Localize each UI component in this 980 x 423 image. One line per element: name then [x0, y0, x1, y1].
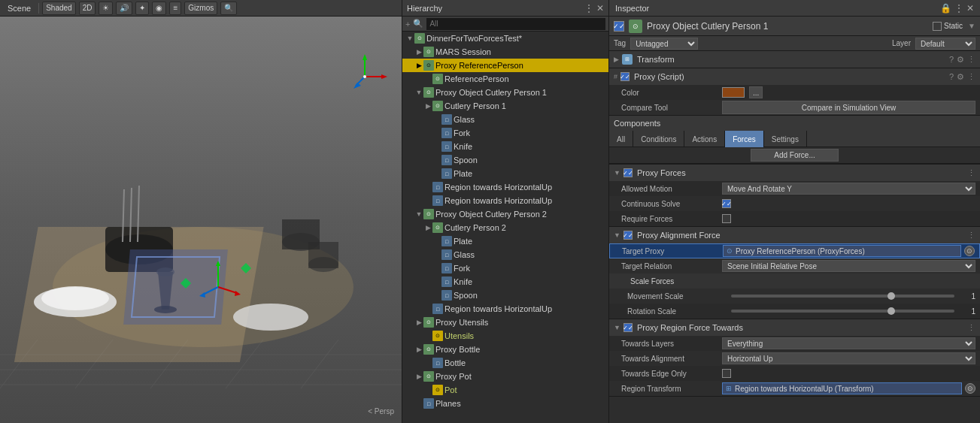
region-force-enabled[interactable]: ✓ [623, 323, 633, 332]
search-scene-button[interactable]: 🔍 [220, 2, 237, 15]
rotation-scale-thumb[interactable] [887, 307, 895, 315]
transform-help-icon[interactable]: ? [949, 55, 954, 65]
hidden-button[interactable]: ◉ [152, 2, 166, 15]
list-item-reference-person[interactable]: ⊙ ReferencePerson [402, 72, 608, 86]
list-item-spoon-2[interactable]: □ Spoon [402, 289, 608, 302]
towards-layers-dropdown[interactable]: Everything [722, 337, 975, 349]
proxy-forces-more-icon[interactable]: ⋮ [967, 168, 975, 178]
transform-settings-icon[interactable]: ⚙ [957, 55, 964, 65]
alignment-force-enabled[interactable]: ✓ [623, 231, 633, 240]
proxy-script-title: Proxy (Script) [634, 72, 946, 81]
stats-button[interactable]: ≡ [169, 2, 181, 15]
region-transform-field-icon: ⊞ [726, 385, 732, 392]
list-item-cutlery-person-1[interactable]: ▶ ⊙ Cutlery Person 1 [402, 99, 608, 113]
target-proxy-field[interactable]: ⊙ Proxy ReferencePerson (ProxyForces) [723, 245, 961, 257]
target-proxy-select-button[interactable]: ⊙ [964, 246, 975, 256]
list-item-glass-2[interactable]: □ Glass [402, 248, 608, 261]
plus-icon[interactable]: + [405, 20, 410, 29]
movement-scale-slider[interactable] [731, 295, 954, 298]
target-relation-dropdown[interactable]: Scene Initial Relative Pose [722, 260, 975, 272]
layer-dropdown[interactable]: Default [915, 38, 975, 50]
list-item-planes[interactable]: □ Planes [402, 397, 608, 410]
static-checkbox[interactable] [933, 22, 942, 31]
hierarchy-close-icon[interactable]: ✕ [596, 4, 604, 13]
proxy-forces-enabled[interactable]: ✓ [623, 168, 633, 177]
list-item-knife-1[interactable]: □ Knife [402, 140, 608, 153]
2d-button[interactable]: 2D [79, 2, 96, 15]
towards-alignment-dropdown[interactable]: Horizontal Up [722, 352, 975, 364]
list-item-fork-2[interactable]: □ Fork [402, 261, 608, 275]
list-item-plate-1[interactable]: □ Plate [402, 167, 608, 180]
list-item-mars-session[interactable]: ▶ ⊙ MARS Session [402, 45, 608, 59]
towards-edge-checkbox[interactable] [722, 369, 731, 378]
transform-header[interactable]: ▶ ⊞ Transform ? ⚙ ⋮ [609, 51, 980, 68]
movement-scale-label: Movement Scale [627, 292, 725, 301]
tab-actions[interactable]: Actions [684, 131, 725, 147]
list-item-proxy-bottle[interactable]: ▶ ⊙ Proxy Bottle [402, 343, 608, 356]
list-item-region-h1[interactable]: □ Region towards HorizontalUp [402, 180, 608, 194]
proxy-forces-header[interactable]: ▼ ✓ Proxy Forces ⋮ [609, 165, 980, 181]
tab-all[interactable]: All [609, 131, 633, 147]
list-item-proxy-utensils[interactable]: ▶ ⊙ Proxy Utensils [402, 316, 608, 329]
static-dropdown-icon[interactable]: ▼ [968, 22, 975, 30]
lighting-button[interactable]: ☀ [99, 2, 113, 15]
region-transform-field[interactable]: ⊞ Region towards HorizontalUp (Transform… [722, 382, 962, 394]
list-item-knife-2[interactable]: □ Knife [402, 275, 608, 289]
effects-button[interactable]: ✦ [135, 2, 149, 15]
proxy-script-more-icon[interactable]: ⋮ [967, 72, 975, 82]
tab-forces[interactable]: Forces [725, 131, 764, 147]
list-item-proxy-pot[interactable]: ▶ ⊙ Proxy Pot [402, 370, 608, 383]
list-item-fork-1[interactable]: □ Fork [402, 126, 608, 140]
proxy-script-settings-icon[interactable]: ⚙ [957, 72, 964, 82]
list-item-bottle[interactable]: □ Bottle [402, 356, 608, 370]
region-force-more-icon[interactable]: ⋮ [967, 323, 975, 333]
tab-settings[interactable]: Settings [764, 131, 807, 147]
inspector-lock-icon[interactable]: 🔒 [940, 4, 951, 13]
list-item-glass-1[interactable]: □ Glass [402, 113, 608, 126]
add-force-button[interactable]: Add Force... [751, 149, 838, 162]
list-item-proxy-ref-person[interactable]: ▶ ⊙ Proxy ReferencePerson [402, 59, 608, 72]
inspector-x-icon[interactable]: ✕ [966, 4, 974, 13]
proxy-region-force-header[interactable]: ▼ ✓ Proxy Region Force Towards ⋮ [609, 319, 980, 336]
audio-button[interactable]: 🔊 [116, 2, 132, 15]
hierarchy-root[interactable]: ▼ ⊙ DinnerForTwoForcesTest* [402, 32, 608, 45]
gizmos-button[interactable]: Gizmos [184, 2, 217, 15]
rotation-scale-slider[interactable] [731, 310, 954, 313]
cutlery1-label: Proxy Object Cutlery Person 1 [435, 88, 547, 97]
list-item-pot[interactable]: ⊙ Pot [402, 383, 608, 397]
list-item-proxy-cutlery-2[interactable]: ▼ ⊙ Proxy Object Cutlery Person 2 [402, 207, 608, 221]
fork2-label: Fork [454, 264, 470, 273]
region-transform-select-button[interactable]: ⊙ [965, 383, 975, 394]
continuous-solve-checkbox[interactable]: ✓ [722, 199, 731, 208]
proxy-script-enabled-checkbox[interactable]: ✓ [620, 72, 630, 81]
proxy-alignment-force-header[interactable]: ▼ ✓ Proxy Alignment Force ⋮ [609, 227, 980, 243]
tab-conditions[interactable]: Conditions [633, 131, 684, 147]
require-forces-checkbox[interactable] [722, 214, 731, 223]
transform-more-icon[interactable]: ⋮ [967, 55, 975, 65]
proxy-script-header[interactable]: # ✓ Proxy (Script) ? ⚙ ⋮ [609, 68, 980, 85]
shaded-button[interactable]: Shaded [42, 2, 75, 15]
hierarchy-lock-icon[interactable]: ⋮ [584, 4, 593, 13]
list-item-proxy-cutlery-1[interactable]: ▼ ⊙ Proxy Object Cutlery Person 1 [402, 86, 608, 99]
allowed-motion-dropdown[interactable]: Move And Rotate Y [722, 183, 975, 195]
inspector-close-icon[interactable]: ⋮ [954, 4, 963, 13]
list-item-plate-2[interactable]: □ Plate [402, 234, 608, 248]
list-item-region-h3[interactable]: □ Region towards HorizontalUp [402, 302, 608, 316]
tag-dropdown[interactable]: Untagged [630, 38, 698, 50]
color-picker-button[interactable]: ... [749, 86, 763, 98]
allowed-motion-label: Allowed Motion [621, 185, 719, 193]
cp1-arrow: ▶ [423, 102, 432, 110]
hierarchy-search-input[interactable] [426, 18, 605, 30]
movement-scale-thumb[interactable] [887, 292, 895, 300]
compare-simulation-button[interactable]: Compare in Simulation View [722, 101, 975, 114]
list-item-cutlery-person-2[interactable]: ▶ ⊙ Cutlery Person 2 [402, 221, 608, 234]
color-swatch[interactable] [722, 87, 745, 98]
alignment-force-more-icon[interactable]: ⋮ [967, 231, 975, 240]
object-active-checkbox[interactable]: ✓ [614, 21, 624, 32]
hierarchy-header: Hierarchy ⋮ ✕ [402, 0, 608, 17]
list-item-utensils[interactable]: ⊙ Utensils [402, 329, 608, 343]
list-item-spoon-1[interactable]: □ Spoon [402, 153, 608, 167]
object-icon: ⊙ [629, 20, 642, 33]
list-item-region-h2[interactable]: □ Region towards HorizontalUp [402, 194, 608, 207]
proxy-script-help-icon[interactable]: ? [949, 72, 954, 82]
